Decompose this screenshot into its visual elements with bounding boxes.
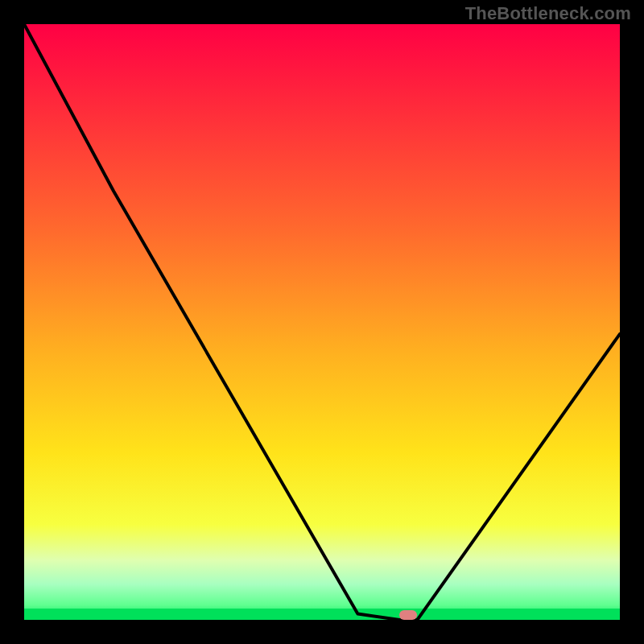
chart-frame: TheBottleneck.com [0, 0, 644, 644]
bottleneck-curve [24, 24, 620, 620]
optimal-marker [399, 610, 417, 620]
watermark-text: TheBottleneck.com [465, 3, 631, 24]
plot-area [24, 24, 620, 620]
